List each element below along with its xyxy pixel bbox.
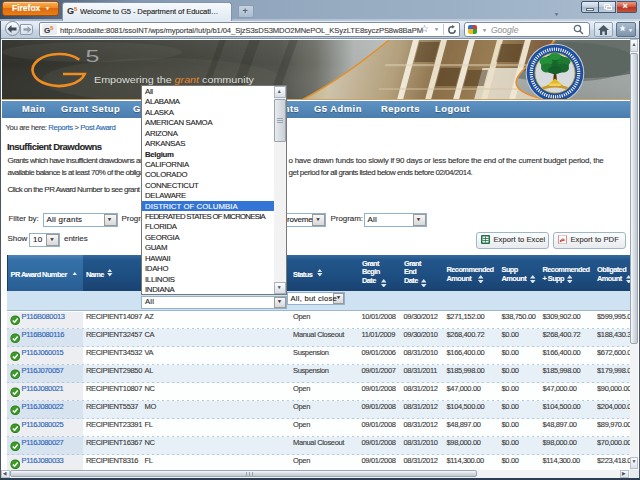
svg-text:Empowering the grant community: Empowering the grant community — [94, 74, 254, 85]
svg-text:5: 5 — [86, 47, 100, 65]
